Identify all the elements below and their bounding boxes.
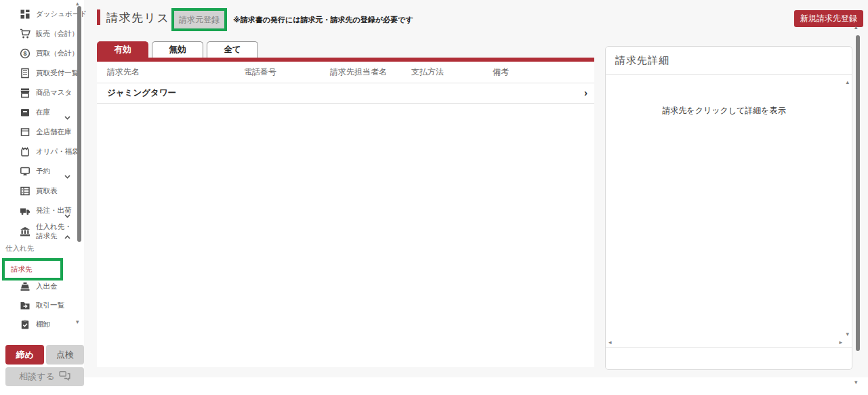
- sidebar-subitem-billing[interactable]: 請求先: [11, 265, 33, 274]
- sidebar-item-label: 販売（会計）: [36, 29, 79, 39]
- bank-icon: [20, 226, 30, 237]
- panel-scroll-down-arrow[interactable]: ▾: [846, 331, 849, 337]
- page-scroll-down-arrow[interactable]: ▾: [854, 379, 858, 386]
- sidebar-item-oripa[interactable]: オリパ・福袋: [0, 142, 76, 161]
- panel-scroll-left-arrow[interactable]: ◂: [608, 339, 612, 346]
- register-source-highlight-box: 請求元登録: [171, 8, 227, 31]
- sidebar-item-reservation[interactable]: 予約: [0, 161, 76, 181]
- chevron-up-icon: [64, 230, 70, 242]
- panel-scroll-right-arrow[interactable]: ▸: [839, 339, 842, 346]
- dashboard-icon: [20, 9, 30, 20]
- sidebar-item-purchase-table[interactable]: 買取表: [0, 181, 76, 201]
- sidebar-item-label: 在庫: [36, 108, 50, 117]
- col-header-phone: 電話番号: [244, 66, 330, 78]
- chevron-down-icon: [64, 110, 70, 123]
- svg-text:$: $: [23, 50, 26, 57]
- consult-button-label: 相談する: [19, 371, 55, 383]
- sidebar-scroll-down-arrow[interactable]: ▾: [76, 319, 79, 325]
- tab-inactive[interactable]: 無効: [152, 41, 203, 58]
- lucky-bag-icon: [20, 146, 30, 157]
- sidebar-item-label: 入出金: [36, 282, 58, 291]
- title-accent-bar: [97, 9, 100, 25]
- register-billing-source-button[interactable]: 請求元登録: [174, 11, 224, 28]
- row-chevron-right-icon: ›: [584, 87, 587, 98]
- table-header-row: 請求先名 電話番号 請求先担当者名 支払方法 備考: [97, 62, 594, 83]
- page-scrollbar[interactable]: [856, 35, 860, 351]
- sidebar-item-cash-in-out[interactable]: 入出金: [0, 277, 76, 296]
- inspection-button[interactable]: 点検: [46, 345, 84, 365]
- chevron-down-icon: [64, 209, 70, 221]
- sidebar-item-product-master[interactable]: 商品マスタ: [0, 83, 76, 102]
- cell-billing-name: ジャミングタワー: [107, 87, 244, 99]
- clipboard-check-icon: [20, 319, 30, 330]
- sidebar-item-label: 棚卸: [36, 320, 50, 329]
- sidebar-item-label: オリパ・福袋: [36, 147, 79, 157]
- sidebar-item-sales[interactable]: 販売（会計）: [0, 24, 76, 43]
- tab-active[interactable]: 有効: [97, 41, 148, 58]
- page-scroll-up-arrow[interactable]: ▴: [854, 24, 858, 30]
- sidebar-item-stocktaking[interactable]: 棚卸: [0, 315, 76, 334]
- storefront-icon: [20, 87, 30, 98]
- sidebar-item-label: 買取表: [36, 186, 58, 196]
- billing-list-table: 請求先名 電話番号 請求先担当者名 支払方法 備考 ジャミングタワー ›: [97, 62, 594, 367]
- monitor-icon: [20, 166, 30, 177]
- box-outline-icon: [20, 127, 30, 138]
- sidebar-item-all-store-stock[interactable]: 全店舗在庫: [0, 122, 76, 142]
- sidebar-item-transactions[interactable]: 取引一覧: [0, 296, 76, 315]
- col-header-name: 請求先名: [107, 66, 244, 78]
- col-header-contact: 請求先担当者名: [330, 66, 411, 78]
- tab-all[interactable]: 全て: [207, 41, 258, 58]
- close-register-button[interactable]: 締め: [5, 345, 44, 365]
- sidebar-item-purchase-reception[interactable]: 買取受付一覧: [0, 63, 76, 83]
- billing-detail-panel: 請求先詳細 請求先をクリックして詳細を表示 ▴ ▾ ◂ ▸: [605, 46, 852, 370]
- sidebar-item-label: 買取（会計）: [36, 49, 79, 58]
- truck-icon: [20, 205, 30, 216]
- sidebar-item-purchase[interactable]: $ 買取（会計）: [0, 43, 76, 63]
- panel-footer-divider: [606, 347, 852, 348]
- sidebar-item-label: 全店舗在庫: [36, 127, 72, 137]
- chat-icon: [59, 371, 70, 383]
- list-table-icon: [20, 186, 30, 196]
- sidebar-item-order-shipping[interactable]: 発注・出荷: [0, 201, 76, 220]
- cart-icon: [20, 28, 30, 39]
- billing-list-page: { "colors":{"accent_red":"#b02e37","high…: [0, 0, 868, 395]
- detail-panel-title: 請求先詳細: [606, 47, 852, 75]
- sidebar-item-label: 取引一覧: [36, 301, 64, 310]
- col-header-note: 備考: [493, 66, 594, 78]
- table-row[interactable]: ジャミングタワー ›: [97, 83, 594, 104]
- panel-scroll-up-arrow[interactable]: ▴: [846, 79, 849, 85]
- receipt-icon: [20, 68, 30, 79]
- col-header-payment: 支払方法: [411, 66, 493, 78]
- dollar-circle-icon: $: [20, 48, 30, 59]
- box-icon: [20, 107, 30, 118]
- sidebar-item-label: 買取受付一覧: [36, 68, 79, 78]
- status-tabs: 有効 無効 全て: [97, 41, 258, 58]
- sidebar-item-stock[interactable]: 在庫: [0, 102, 76, 122]
- new-billing-destination-button[interactable]: 新規請求先登録: [794, 10, 863, 27]
- billing-requirement-note: ※請求書の発行には請求元・請求先の登録が必要です: [233, 15, 413, 25]
- sidebar: ダッシュボード 販売（会計） $ 買取（会計） 買取受付一覧 商品マスタ 在庫 …: [0, 0, 84, 395]
- consult-button[interactable]: 相談する: [5, 367, 84, 386]
- folder-arrow-icon: [20, 300, 30, 311]
- sidebar-scrollbar[interactable]: [77, 6, 81, 242]
- sidebar-subitem-supplier[interactable]: 仕入れ先: [5, 244, 34, 253]
- cash-register-icon: [20, 281, 30, 292]
- detail-panel-placeholder: 請求先をクリックして詳細を表示: [606, 105, 842, 117]
- sidebar-item-suppliers-billing[interactable]: 仕入れ先・請求先: [0, 220, 76, 244]
- chevron-down-icon: [64, 169, 70, 182]
- sidebar-item-label: 商品マスタ: [36, 88, 72, 98]
- sidebar-item-label: 予約: [36, 167, 50, 176]
- sidebar-item-dashboard[interactable]: ダッシュボード: [0, 4, 76, 24]
